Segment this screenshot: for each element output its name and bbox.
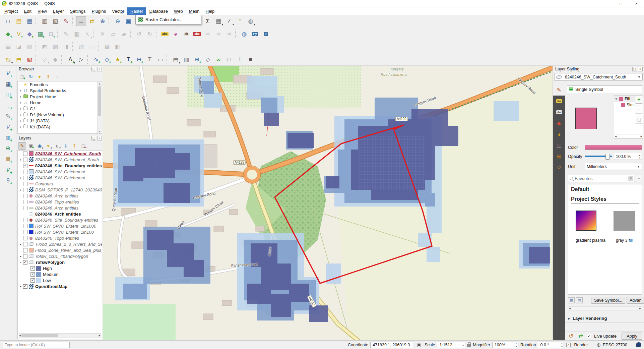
layer-row-8240246-site-boundary-entities[interactable]: 8240246_Site_Boundary entities [18, 217, 102, 223]
styling-close-button[interactable]: × [638, 67, 643, 71]
menu-edit[interactable]: Edit [21, 7, 34, 15]
layer-visibility-checkbox[interactable] [23, 254, 27, 258]
rotation-spinbox[interactable]: 0.0 °▲▼ [538, 342, 564, 348]
sync-style-icon[interactable]: ⇄ [577, 333, 584, 340]
browser-item-project-home[interactable]: ▸Project Home [18, 94, 102, 100]
menu-web[interactable]: Web [171, 7, 186, 15]
add-vector-tile-layer-icon[interactable]: 9 [3, 175, 13, 185]
layer-visibility-checkbox[interactable] [23, 248, 27, 252]
new-geopackage-layer-icon[interactable]: ◆ [3, 29, 13, 39]
tab-elevation[interactable]: ⊞ [553, 151, 565, 162]
layer-row-8240246-sw-catchment-south[interactable]: 8240246_SW_Catchment_South [18, 151, 102, 157]
add-delimited-text-layer-icon[interactable]: ✎ [3, 111, 13, 121]
manage-map-themes-icon[interactable]: ◉ [36, 142, 44, 150]
style-icon-view-toggle[interactable]: ▦ [568, 297, 575, 303]
layer-visibility-checkbox[interactable] [23, 188, 27, 192]
layer-row-8240246-arch-entities[interactable]: 8240246_Arch entities [18, 193, 102, 199]
menu-settings[interactable]: Settings [67, 7, 89, 15]
measure-icon[interactable]: ∕ [224, 16, 234, 26]
browser-item-c[interactable]: ▸C:\ [18, 106, 102, 112]
style-filter-input[interactable]: Favorites ✕ [568, 175, 635, 182]
html-frame-icon[interactable]: ▥ [181, 54, 191, 64]
unit-select[interactable]: Millimeters▼ [585, 163, 642, 170]
layer-visibility-checkbox[interactable] [30, 266, 35, 271]
map-tips-icon[interactable]: “ [235, 16, 245, 26]
vector-selection-tools-icon[interactable]: ▤ [3, 42, 13, 52]
layer-visibility-checkbox[interactable] [23, 194, 27, 198]
browser-item-k-data[interactable]: ▸K:\ (DATA) [18, 124, 102, 130]
add-line-annotation-icon[interactable]: ∿ [91, 54, 101, 64]
browser-item-d-new-volume[interactable]: ▸D:\ (New Volume) [18, 112, 102, 118]
menu-vector[interactable]: Vector [109, 7, 127, 15]
filter-by-expression-icon[interactable]: ε [53, 142, 61, 150]
blank-frame-icon[interactable]: □ [224, 54, 234, 64]
layer-visibility-checkbox[interactable] [23, 170, 27, 174]
layer-visibility-checkbox[interactable] [23, 236, 27, 240]
attributes-form-icon[interactable]: ▤ [171, 54, 181, 64]
layer-visibility-checkbox[interactable] [23, 158, 27, 162]
mesh-calculator-icon[interactable]: ▩ [102, 42, 112, 52]
styling-float-button[interactable]: ❑ [632, 67, 637, 71]
add-point-annotation-icon[interactable]: ∺ [134, 54, 144, 64]
browser-close-button[interactable]: × [97, 67, 102, 71]
apply-button[interactable]: Apply [622, 333, 642, 340]
filter-legend-icon[interactable]: ▼ [44, 142, 52, 150]
collapse-all-layers-icon[interactable]: ⇑ [70, 142, 78, 150]
refresh-browser-icon[interactable]: ↻ [27, 73, 35, 80]
extents-icon[interactable]: ▣ [415, 342, 422, 348]
layer-row-rofsw-cc01-4bandpolygon[interactable]: ▸rofsw_cc01_4bandPolygon [18, 253, 102, 259]
messages-icon[interactable] [636, 342, 641, 347]
osm-place-search-icon[interactable]: ◍ [246, 16, 256, 26]
layer-row-8240246-sw-catchment-south[interactable]: ▸8240246_SW_Catchment_South [18, 157, 102, 163]
style-item-plasma[interactable]: gradient plasma [576, 211, 605, 243]
menu-project[interactable]: Project [1, 7, 21, 15]
save-symbol-button[interactable]: Save Symbol... [591, 297, 625, 304]
layer-row-flood-zones-2-3-rivers-and-seap[interactable]: ▸Flood_Zones_2_3_Rivers_and_SeaP... [18, 241, 102, 247]
layer-visibility-checkbox[interactable] [23, 182, 27, 186]
tab-labels[interactable]: abc [553, 96, 565, 107]
layer-row-8240246-site-boundary-entities[interactable]: 8240246_Site_Boundary entities [18, 163, 102, 169]
filter-browser-icon[interactable]: ▼ [36, 73, 44, 80]
coordinate-input[interactable]: 471839.1, 206019.3 [370, 342, 413, 348]
menu-database[interactable]: Database [146, 7, 171, 15]
menu-view[interactable]: View [35, 7, 50, 15]
new-print-layout-icon[interactable]: ▥ [40, 16, 50, 26]
browser-item-favorites[interactable]: ★Favorites [18, 81, 102, 88]
add-polygon-annotation-icon[interactable]: ◇ [102, 54, 112, 64]
cut-features-icon[interactable]: ✕ [98, 29, 108, 39]
layer-row-8240246-sw-catchment[interactable]: 8240246_SW_Catchment [18, 169, 102, 175]
new-temporary-scratch-layer-icon[interactable]: □ [46, 29, 56, 39]
menu-mesh[interactable]: Mesh [186, 7, 203, 15]
layer-visibility-checkbox[interactable] [23, 224, 27, 228]
style-filter-dropdown[interactable]: ▼ [636, 175, 642, 182]
opacity-spinbox[interactable]: 100.0 %▲▼ [614, 153, 642, 160]
select-features-icon[interactable]: ▨ [3, 54, 13, 64]
new-shapefile-layer-icon[interactable]: V [14, 29, 24, 39]
open-attribute-table-icon[interactable]: ▦ [213, 16, 223, 26]
live-update-checkbox[interactable] [587, 334, 591, 338]
maximize-button[interactable]: □ [613, 0, 629, 7]
menu-plugins[interactable]: Plugins [89, 7, 109, 15]
options-icon[interactable]: ≡ [246, 54, 256, 64]
renderer-select[interactable]: Single Symbol [567, 85, 642, 93]
deselect-all-icon[interactable]: ▧ [24, 54, 35, 64]
statistical-summary-icon[interactable]: Σ [203, 16, 213, 26]
close-button[interactable]: × [629, 0, 644, 7]
pin-labels-icon[interactable]: ab [181, 29, 191, 39]
add-wcs-layer-icon[interactable]: ⊕ [3, 143, 13, 153]
remove-symbol-layer-button[interactable]: − [635, 106, 643, 114]
save-project-icon[interactable]: ▦ [24, 16, 35, 26]
layer-visibility-checkbox[interactable] [23, 152, 27, 156]
help-contents-icon[interactable]: ? [261, 29, 271, 39]
layer-rendering-section[interactable]: ▶ Layer Rendering [565, 314, 644, 323]
style-list-view-toggle[interactable]: ▤ [576, 297, 583, 303]
layer-row-low[interactable]: Low [18, 277, 102, 283]
render-checkbox[interactable] [566, 343, 571, 347]
tab-masks[interactable]: ◫ [553, 140, 565, 151]
add-text-annotation-icon[interactable]: T [123, 54, 133, 64]
layer-row-rofswpolygon[interactable]: ▾rofswPolygon [18, 259, 102, 265]
layer-row-medium[interactable]: Medium [18, 271, 102, 277]
layer-row-high[interactable]: High [18, 265, 102, 271]
layer-row-8240246-topo-entities[interactable]: 8240246_Topo entities [18, 199, 102, 205]
styling-layer-select[interactable]: 8240246_SW_Catchment_South ▼ [554, 73, 643, 81]
